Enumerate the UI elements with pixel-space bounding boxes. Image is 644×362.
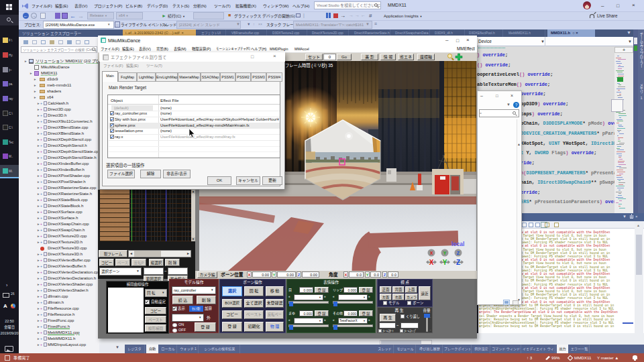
svg-text:local: local <box>451 241 464 247</box>
svg-text:Y: Y <box>443 251 447 255</box>
svg-text:フレーム時間 (ミリ秒) 35: フレーム時間 (ミリ秒) 35 <box>285 62 333 68</box>
svg-text:Y: Y <box>443 259 447 266</box>
svg-text:Z: Z <box>457 251 460 255</box>
svg-text:X: X <box>429 259 434 266</box>
svg-text:Z: Z <box>456 259 460 266</box>
svg-text:X: X <box>430 251 433 255</box>
